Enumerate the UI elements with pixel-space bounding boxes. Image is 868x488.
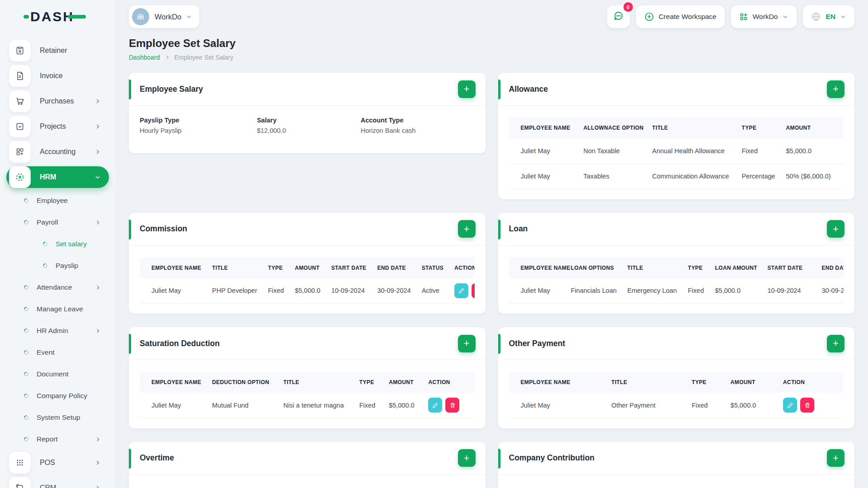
chevron-right-icon — [95, 436, 101, 442]
card-title: Employee Salary — [140, 84, 458, 94]
edit-button[interactable] — [783, 398, 797, 413]
chevron-right-icon — [94, 123, 101, 130]
delete-button[interactable] — [472, 283, 474, 298]
sidebar-item-company-policy[interactable]: Company Policy — [0, 387, 109, 405]
submenu-bullet-icon — [42, 241, 48, 247]
add-overtime-button[interactable]: + — [458, 449, 476, 467]
pos-icon — [9, 452, 31, 474]
sidebar-item-hr-admin[interactable]: HR Admin — [0, 322, 109, 340]
chevron-right-icon — [95, 220, 101, 225]
add-loan-button[interactable]: + — [827, 220, 844, 238]
card-title: Overtime — [140, 453, 458, 463]
card-accent-bar — [498, 220, 500, 239]
payslip-type-field: Payslip Type Hourly Payslip — [140, 117, 257, 134]
salary-field: Salary $12,000.0 — [257, 117, 361, 134]
card-accent-bar — [129, 334, 131, 354]
account-type-field: Account Type Horizon Bank cash — [361, 117, 475, 134]
card-accent-bar — [129, 80, 131, 99]
language-selector[interactable]: EN — [803, 5, 854, 28]
sidebar-item-pos[interactable]: POS — [6, 452, 109, 474]
workspace-menu-button[interactable]: WorkDo — [731, 5, 797, 28]
delete-button[interactable] — [800, 398, 814, 413]
sidebar-item-payslip[interactable]: Payslip — [0, 257, 109, 275]
plus-circle-icon — [644, 12, 654, 22]
submenu-bullet-icon — [23, 349, 29, 356]
add-commission-button[interactable]: + — [458, 220, 476, 238]
commission-card: Commission + Employee NameTitle TypeAmou… — [129, 213, 486, 314]
status-text: Active — [416, 278, 449, 304]
breadcrumb-dashboard-link[interactable]: Dashboard — [129, 54, 160, 61]
purchases-icon — [9, 90, 31, 112]
allowance-card: Allowance + Employee NameAllownace Optio… — [498, 73, 855, 199]
sidebar-item-attendance[interactable]: Attendance — [0, 278, 109, 296]
chevron-right-icon — [165, 55, 170, 60]
sidebar-item-system-setup[interactable]: System Setup — [0, 408, 109, 427]
sidebar-item-document[interactable]: Document — [0, 365, 109, 383]
add-other-payment-button[interactable]: + — [827, 335, 844, 352]
submenu-bullet-icon — [23, 414, 29, 421]
messages-badge: 0 — [623, 2, 633, 12]
sidebar-item-manage-leave[interactable]: Manage Leave — [0, 300, 109, 318]
sidebar-item-invoice[interactable]: Invoice — [6, 65, 109, 87]
sidebar-item-employee[interactable]: Employee — [0, 192, 109, 210]
commission-table[interactable]: Employee NameTitle TypeAmount Start Date… — [140, 258, 475, 304]
card-title: Company Contribution — [509, 453, 827, 463]
sidebar-item-purchases[interactable]: Purchases — [6, 90, 109, 112]
card-accent-bar — [498, 80, 500, 99]
sidebar-item-event[interactable]: Event — [0, 343, 109, 361]
page-title: Employee Set Salary — [129, 37, 854, 50]
accounting-icon — [9, 141, 31, 163]
loan-card: Loan + Employee NameLoan Options TitleTy… — [498, 213, 855, 314]
hrm-icon — [9, 166, 31, 188]
company-contribution-card: Company Contribution + — [498, 442, 855, 488]
chevron-down-icon — [840, 14, 846, 20]
cards-grid: Employee Salary + Payslip Type Hourly Pa… — [129, 73, 854, 488]
card-accent-bar — [498, 334, 500, 354]
allowance-table[interactable]: Employee NameAllownace Option TitleType … — [509, 117, 844, 189]
sidebar-item-retainer[interactable]: Retainer — [6, 40, 109, 61]
chevron-right-icon — [94, 149, 101, 155]
sidebar-item-crm[interactable]: CRM — [6, 477, 109, 488]
invoice-icon — [9, 65, 31, 87]
delete-button[interactable] — [445, 398, 459, 413]
edit-button[interactable] — [454, 283, 468, 298]
submenu-bullet-icon — [23, 436, 29, 442]
chevron-right-icon — [95, 285, 101, 291]
chevron-right-icon — [94, 98, 101, 104]
chevron-down-icon — [94, 174, 101, 180]
sidebar-item-set-salary[interactable]: Set salary — [0, 235, 109, 253]
sidebar-item-report[interactable]: Report — [0, 430, 109, 448]
building-avatar — [132, 8, 149, 25]
card-accent-bar — [498, 449, 500, 469]
add-company-contribution-button[interactable]: + — [827, 449, 844, 467]
table-row: Juliet MayOther Payment Fixed$5,000.0 — [509, 393, 844, 418]
chevron-down-icon — [186, 14, 192, 20]
sidebar-item-payroll[interactable]: Payroll — [0, 213, 109, 231]
add-employee-salary-button[interactable]: + — [458, 80, 476, 98]
loan-table[interactable]: Employee NameLoan Options TitleType Loan… — [509, 258, 844, 304]
employee-salary-card: Employee Salary + Payslip Type Hourly Pa… — [129, 73, 486, 153]
workspace-selector[interactable]: WorkDo — [129, 5, 199, 28]
table-row: Juliet MayNon Taxable Annual Health Allo… — [509, 138, 844, 164]
edit-button[interactable] — [428, 398, 442, 413]
create-workspace-button[interactable]: Create Workspace — [636, 5, 725, 28]
card-title: Commission — [140, 224, 458, 234]
add-allowance-button[interactable]: + — [827, 80, 844, 98]
sidebar-item-projects[interactable]: Projects — [6, 116, 109, 137]
breadcrumb-current: Employee Set Salary — [175, 54, 234, 61]
add-saturation-deduction-button[interactable]: + — [458, 335, 476, 352]
app-logo[interactable]: DASH — [0, 0, 115, 33]
other-payment-table[interactable]: Employee NameTitle TypeAmount Action Jul… — [509, 372, 844, 418]
sidebar-item-hrm[interactable]: HRM — [6, 166, 109, 188]
saturation-deduction-card: Saturation Deduction + Employee NameDedu… — [129, 327, 486, 428]
messages-button[interactable]: 0 — [607, 5, 630, 28]
sidebar: DASH Retainer Invoice Purchases — [0, 0, 115, 488]
logo-accent-dot — [24, 15, 29, 19]
saturation-deduction-table[interactable]: Employee NameDeduction Option TitleType … — [140, 372, 475, 418]
retainer-icon — [9, 40, 31, 61]
sidebar-item-accounting[interactable]: Accounting — [6, 141, 109, 163]
submenu-bullet-icon — [23, 306, 29, 312]
card-title: Saturation Deduction — [140, 339, 458, 348]
projects-icon — [9, 116, 31, 137]
card-accent-bar — [129, 449, 131, 469]
